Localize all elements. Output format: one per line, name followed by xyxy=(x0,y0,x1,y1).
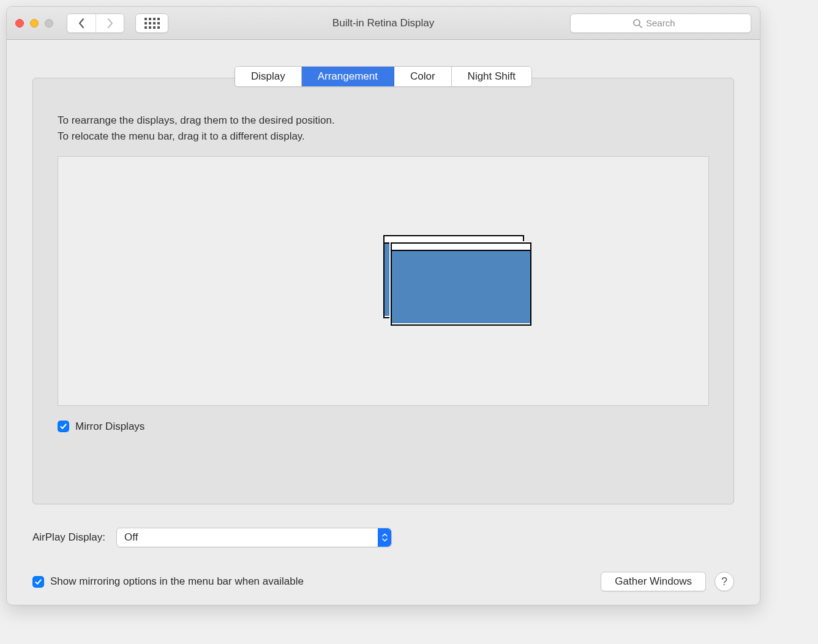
check-icon xyxy=(34,578,42,586)
menubar-front[interactable] xyxy=(392,244,530,251)
svg-line-1 xyxy=(639,25,642,28)
tab-bar: Display Arrangement Color Night Shift xyxy=(235,66,532,87)
screen-front xyxy=(392,251,530,323)
tab-color[interactable]: Color xyxy=(394,67,452,86)
mirror-displays-checkbox[interactable] xyxy=(58,421,69,432)
show-all-button[interactable] xyxy=(135,13,168,33)
search-icon xyxy=(632,18,642,28)
footer-buttons: Gather Windows ? xyxy=(601,572,734,591)
display-arrangement-area[interactable] xyxy=(58,156,709,406)
forward-button[interactable] xyxy=(96,14,124,32)
grid-icon xyxy=(144,18,160,29)
search-input[interactable] xyxy=(646,18,689,28)
back-button[interactable] xyxy=(67,14,96,32)
preferences-window: Built-in Retina Display Display Arrangem… xyxy=(6,6,760,605)
tab-panel: Display Arrangement Color Night Shift To… xyxy=(32,78,734,504)
close-button[interactable] xyxy=(15,19,24,28)
search-field[interactable] xyxy=(570,13,751,33)
footer-row: Show mirroring options in the menu bar w… xyxy=(32,572,734,591)
gather-windows-button[interactable]: Gather Windows xyxy=(601,572,706,591)
show-mirroring-checkbox[interactable] xyxy=(32,576,44,588)
content-area: Display Arrangement Color Night Shift To… xyxy=(7,40,760,605)
airplay-value: Off xyxy=(124,531,138,544)
titlebar: Built-in Retina Display xyxy=(7,7,760,40)
airplay-label: AirPlay Display: xyxy=(32,531,105,544)
check-icon xyxy=(59,422,67,430)
maximize-button xyxy=(45,19,53,28)
chevron-left-icon xyxy=(77,18,86,29)
help-button[interactable]: ? xyxy=(715,572,734,591)
chevron-right-icon xyxy=(106,18,114,29)
minimize-button[interactable] xyxy=(30,19,39,28)
mirror-displays-label: Mirror Displays xyxy=(75,421,144,433)
airplay-row: AirPlay Display: Off xyxy=(32,528,734,547)
show-mirroring-label: Show mirroring options in the menu bar w… xyxy=(50,575,304,588)
tab-night-shift[interactable]: Night Shift xyxy=(452,67,531,86)
bottom-controls: AirPlay Display: Off Show mirroring opti… xyxy=(32,504,734,591)
tab-display[interactable]: Display xyxy=(235,67,302,86)
airplay-select[interactable]: Off xyxy=(116,528,392,547)
instructions-text: To rearrange the displays, drag them to … xyxy=(58,113,709,145)
mirror-displays-row: Mirror Displays xyxy=(58,421,709,433)
primary-display[interactable] xyxy=(391,242,531,326)
nav-back-forward xyxy=(67,13,124,33)
instruction-line-1: To rearrange the displays, drag them to … xyxy=(58,113,709,129)
select-stepper-icon xyxy=(378,528,391,547)
instruction-line-2: To relocate the menu bar, drag it to a d… xyxy=(58,129,709,144)
tab-arrangement[interactable]: Arrangement xyxy=(302,67,394,86)
show-mirroring-row: Show mirroring options in the menu bar w… xyxy=(32,575,304,588)
window-controls xyxy=(15,19,53,28)
